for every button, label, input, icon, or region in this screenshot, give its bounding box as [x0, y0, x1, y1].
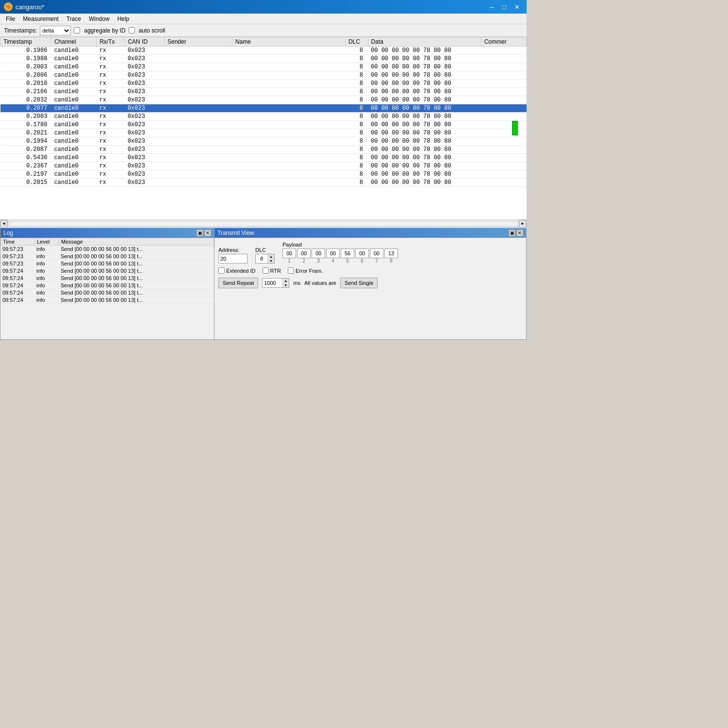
list-item[interactable]: 09:57:23 info Send [00 00 00 00 56 00 00… — [0, 260, 214, 267]
payload-box-wrapper: 3 — [312, 248, 325, 264]
menu-window[interactable]: Window — [85, 15, 114, 23]
log-scroll-area[interactable]: 09:57:23 info Send [00 00 00 00 56 00 00… — [0, 246, 214, 339]
table-row[interactable]: 0.1988 candle0 rx 0x023 8 00 00 00 00 00… — [0, 55, 527, 63]
payload-input[interactable] — [341, 248, 354, 258]
rtr-checkbox[interactable] — [263, 267, 269, 274]
col-rxtx: Rx/Tx — [97, 37, 125, 47]
scroll-left-button[interactable]: ◄ — [0, 220, 8, 228]
transmit-close-button[interactable]: ✕ — [516, 230, 523, 236]
col-can-id: CAN ID — [125, 37, 165, 47]
toolbar: Timestamps: delta absolute aggregate by … — [0, 24, 527, 37]
payload-box-wrapper: 1 — [282, 248, 296, 264]
menu-file[interactable]: File — [2, 15, 19, 23]
log-close-button[interactable]: ✕ — [204, 230, 211, 236]
cell-comment — [481, 154, 526, 162]
payload-input[interactable] — [312, 248, 325, 258]
table-row[interactable]: 0.2197 candle0 rx 0x023 8 00 00 00 00 00… — [0, 170, 527, 179]
ms-input[interactable] — [263, 279, 282, 287]
scroll-right-button[interactable]: ► — [519, 220, 527, 228]
address-input[interactable] — [218, 254, 248, 264]
cell-timestamp: 0.2032 — [0, 96, 51, 104]
ms-up-button[interactable]: ▲ — [282, 279, 289, 283]
payload-num: 5 — [346, 258, 349, 264]
table-row[interactable]: 0.2003 candle0 rx 0x023 8 00 00 00 00 00… — [0, 113, 527, 121]
payload-num: 4 — [331, 258, 334, 264]
table-row[interactable]: 0.2006 candle0 rx 0x023 8 00 00 00 00 00… — [0, 71, 527, 80]
table-row[interactable]: 0.2166 candle0 rx 0x023 8 00 00 00 00 00… — [0, 88, 527, 96]
cell-dlc: 8 — [345, 170, 368, 179]
cell-dlc: 8 — [345, 121, 368, 129]
table-row[interactable]: 0.1994 candle0 rx 0x023 8 00 00 00 00 00… — [0, 137, 527, 146]
send-single-button[interactable]: Send Single — [340, 278, 378, 288]
list-item[interactable]: 09:57:23 info Send [00 00 00 00 56 00 00… — [0, 246, 214, 253]
send-repeat-button[interactable]: Send Repeat — [218, 278, 258, 288]
table-row[interactable]: 0.2021 candle0 rx 0x023 8 00 00 00 00 00… — [0, 129, 527, 137]
timestamps-select[interactable]: delta absolute — [40, 26, 71, 35]
restore-button[interactable]: □ — [498, 2, 510, 12]
table-row[interactable]: 0.2032 candle0 rx 0x023 8 00 00 00 00 00… — [0, 96, 527, 104]
list-item[interactable]: 09:57:24 info Send [00 00 00 00 56 00 00… — [0, 282, 214, 289]
list-item[interactable]: 09:57:24 info Send [00 00 00 00 56 00 00… — [0, 289, 214, 297]
horizontal-scrollbar[interactable]: ◄ ► — [0, 219, 527, 227]
aggregate-checkbox[interactable] — [74, 27, 80, 33]
log-pin-button[interactable]: ▣ — [197, 230, 203, 236]
table-row[interactable]: 0.5430 candle0 rx 0x023 8 00 00 00 00 00… — [0, 154, 527, 162]
payload-input[interactable] — [282, 248, 296, 258]
menu-measurement[interactable]: Measurement — [19, 15, 62, 23]
table-row[interactable]: 0.2015 candle0 rx 0x023 8 00 00 00 00 00… — [0, 179, 527, 187]
cell-can-id: 0x023 — [125, 47, 165, 55]
cell-data: 00 00 00 00 00 78 00 80 — [368, 154, 481, 162]
list-item[interactable]: 09:57:24 info Send [00 00 00 00 56 00 00… — [0, 267, 214, 275]
log-message: Send [00 00 00 00 56 00 00 13] t... — [59, 275, 214, 282]
payload-input[interactable] — [326, 248, 340, 258]
payload-input[interactable] — [370, 248, 383, 258]
menu-help[interactable]: Help — [114, 15, 133, 23]
table-row[interactable]: 0.1780 candle0 rx 0x023 8 00 00 00 00 00… — [0, 121, 527, 129]
auto-scroll-checkbox[interactable] — [129, 27, 135, 33]
cell-data: 00 00 00 00 00 78 00 80 — [368, 63, 481, 71]
extended-id-checkbox[interactable] — [218, 267, 225, 274]
table-row[interactable]: 0.2367 candle0 rx 0x023 8 00 00 00 00 00… — [0, 162, 527, 170]
close-button[interactable]: ✕ — [511, 2, 523, 12]
list-item[interactable]: 09:57:24 info Send [00 00 00 00 56 00 00… — [0, 275, 214, 282]
table-row[interactable]: 0.2077 candle0 rx 0x023 8 00 00 00 00 00… — [0, 104, 527, 113]
menu-bar: File Measurement Trace Window Help — [0, 14, 527, 24]
log-col-time: Time — [1, 238, 35, 246]
transmit-pin-button[interactable]: ▣ — [509, 230, 515, 236]
dlc-input[interactable] — [256, 254, 267, 263]
payload-input[interactable] — [297, 248, 311, 258]
cell-rxtx: rx — [97, 121, 125, 129]
col-timestamp: Timestamp — [0, 37, 51, 47]
ms-down-button[interactable]: ▼ — [282, 283, 289, 287]
list-item[interactable]: 09:57:23 info Send [00 00 00 00 56 00 00… — [0, 253, 214, 260]
dlc-label: DLC — [255, 247, 275, 253]
cell-timestamp: 0.2021 — [0, 129, 51, 137]
log-message: Send [00 00 00 00 56 00 00 13] t... — [59, 267, 214, 275]
payload-input[interactable] — [384, 248, 398, 258]
cell-channel: candle0 — [51, 113, 96, 121]
table-row[interactable]: 0.2087 candle0 rx 0x023 8 00 00 00 00 00… — [0, 146, 527, 154]
cell-dlc: 8 — [345, 71, 368, 80]
cell-can-id: 0x023 — [125, 170, 165, 179]
dlc-spinner[interactable]: ▲ ▼ — [255, 254, 275, 264]
minimize-button[interactable]: ─ — [486, 2, 497, 12]
cell-sender — [164, 170, 232, 179]
dlc-down-button[interactable]: ▼ — [268, 259, 274, 263]
cell-comment — [481, 179, 526, 187]
table-row[interactable]: 0.1986 candle0 rx 0x023 8 00 00 00 00 00… — [0, 47, 527, 55]
log-time: 09:57:23 — [0, 253, 34, 260]
payload-input[interactable] — [355, 248, 369, 258]
cell-timestamp: 0.2015 — [0, 179, 51, 187]
ms-label: ms — [293, 280, 300, 286]
table-row[interactable]: 0.2010 candle0 rx 0x023 8 00 00 00 00 00… — [0, 80, 527, 88]
scroll-track[interactable] — [9, 221, 518, 227]
dlc-up-button[interactable]: ▲ — [268, 254, 274, 259]
cell-comment — [481, 96, 526, 104]
cell-rxtx: rx — [97, 137, 125, 146]
error-frame-checkbox[interactable] — [288, 267, 294, 274]
list-item[interactable]: 09:57:24 info Send [00 00 00 00 56 00 00… — [0, 297, 214, 304]
table-row[interactable]: 0.2003 candle0 rx 0x023 8 00 00 00 00 00… — [0, 63, 527, 71]
menu-trace[interactable]: Trace — [63, 15, 85, 23]
cell-can-id: 0x023 — [125, 137, 165, 146]
payload-num: 7 — [375, 258, 378, 264]
